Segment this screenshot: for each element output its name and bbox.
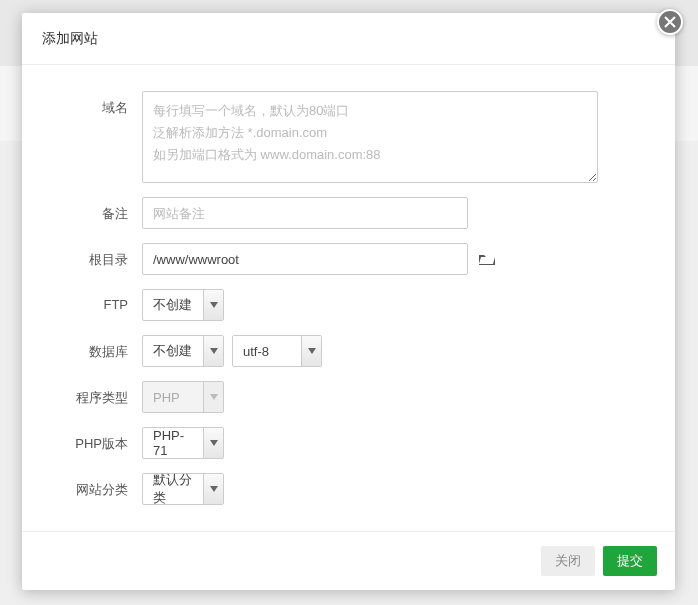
charset-select[interactable]: utf-8 bbox=[232, 335, 322, 367]
site-category-select[interactable]: 默认分类 bbox=[142, 473, 224, 505]
chevron-down-icon bbox=[203, 382, 223, 412]
chevron-down-icon bbox=[301, 336, 321, 366]
dialog-footer: 关闭 提交 bbox=[22, 531, 675, 590]
folder-icon[interactable] bbox=[478, 252, 496, 266]
dialog-header: 添加网站 bbox=[22, 13, 675, 65]
ftp-select[interactable]: 不创建 bbox=[142, 289, 224, 321]
add-site-dialog: 添加网站 域名 备注 根目录 FTP bbox=[22, 13, 675, 590]
database-select[interactable]: 不创建 bbox=[142, 335, 224, 367]
dialog-body: 域名 备注 根目录 FTP 不创建 bbox=[22, 65, 675, 531]
program-type-select: PHP bbox=[142, 381, 224, 413]
cancel-button[interactable]: 关闭 bbox=[541, 546, 595, 576]
label-note: 备注 bbox=[52, 197, 142, 223]
label-database: 数据库 bbox=[52, 335, 142, 361]
label-ftp: FTP bbox=[52, 289, 142, 312]
rootdir-input[interactable] bbox=[142, 243, 468, 275]
label-program-type: 程序类型 bbox=[52, 381, 142, 407]
php-version-select[interactable]: PHP-71 bbox=[142, 427, 224, 459]
note-input[interactable] bbox=[142, 197, 468, 229]
dialog-title: 添加网站 bbox=[42, 30, 98, 48]
chevron-down-icon bbox=[203, 474, 223, 504]
label-rootdir: 根目录 bbox=[52, 243, 142, 269]
submit-button[interactable]: 提交 bbox=[603, 546, 657, 576]
chevron-down-icon bbox=[203, 428, 223, 458]
label-domain: 域名 bbox=[52, 91, 142, 117]
label-site-category: 网站分类 bbox=[52, 473, 142, 499]
domain-input[interactable] bbox=[142, 91, 598, 183]
close-icon[interactable] bbox=[657, 9, 683, 35]
label-php-version: PHP版本 bbox=[52, 427, 142, 453]
chevron-down-icon bbox=[203, 336, 223, 366]
chevron-down-icon bbox=[203, 290, 223, 320]
